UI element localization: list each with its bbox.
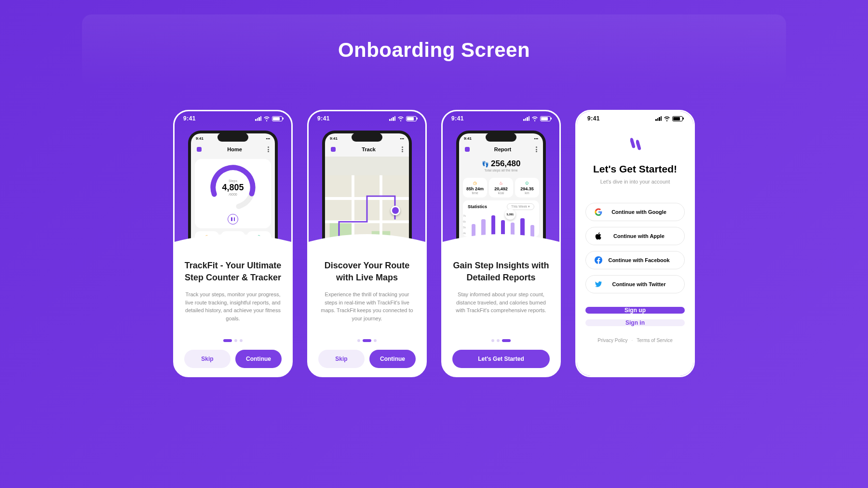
google-icon bbox=[595, 208, 602, 216]
screen-title: Home bbox=[227, 146, 242, 152]
app-logo-icon bbox=[331, 147, 336, 152]
onboarding-description: Experience the thrill of tracking your s… bbox=[318, 290, 416, 322]
pagination-dots bbox=[318, 332, 416, 342]
phone-login: 9:41 Let's Get Started! Let's dive in in… bbox=[575, 110, 695, 377]
route-end-pin bbox=[391, 206, 400, 215]
continue-google-button[interactable]: Continue with Google bbox=[585, 203, 685, 221]
report-stats: ◷85h 24mtime ♨20,492kcal ⊙294.35km bbox=[463, 178, 539, 198]
continue-facebook-button[interactable]: Continue with Facebook bbox=[585, 251, 685, 269]
apple-icon bbox=[595, 232, 602, 240]
continue-button[interactable]: Continue bbox=[369, 350, 416, 368]
app-header: Report bbox=[459, 144, 543, 155]
app-logo-icon bbox=[465, 147, 470, 152]
onboarding-description: Stay informed about your step count, dis… bbox=[452, 290, 550, 315]
pagination-dots bbox=[452, 332, 550, 342]
continue-button[interactable]: Continue bbox=[235, 350, 282, 368]
screen-title: Track bbox=[362, 146, 376, 152]
signin-button[interactable]: Sign in bbox=[585, 319, 685, 326]
skip-button[interactable]: Skip bbox=[184, 350, 231, 368]
pause-button[interactable] bbox=[228, 214, 238, 224]
total-steps-value: 256,480 bbox=[491, 159, 520, 168]
wifi-icon bbox=[531, 115, 538, 122]
facebook-icon bbox=[595, 256, 602, 264]
total-steps-card: 👣 256,480 Total steps all the time bbox=[459, 155, 543, 176]
steps-goal: /6000 bbox=[222, 193, 244, 196]
phone-mockups: 9:41 9:41••• Home bbox=[0, 110, 868, 377]
login-subtitle: Let's dive in into your account bbox=[585, 179, 685, 185]
steps-card: Steps 4,805 /6000 bbox=[195, 159, 271, 228]
privacy-link[interactable]: Privacy Policy bbox=[597, 338, 627, 343]
onboarding-title: Gain Step Insights with Detailed Reports bbox=[452, 260, 550, 284]
status-bar: 9:41 bbox=[309, 111, 425, 124]
statistics-title: Statistics bbox=[468, 204, 487, 209]
tooltip-bubble: 5,281 bbox=[505, 209, 515, 220]
app-header: Track bbox=[325, 144, 409, 155]
pagination-dots bbox=[184, 332, 282, 342]
wifi-icon bbox=[664, 115, 670, 122]
battery-icon bbox=[272, 116, 283, 121]
steps-label: Steps bbox=[222, 179, 244, 183]
page-title: Onboarding Screen bbox=[0, 0, 868, 62]
menu-icon bbox=[268, 146, 269, 152]
signal-icon bbox=[255, 116, 261, 121]
terms-link[interactable]: Terms of Service bbox=[637, 338, 672, 343]
app-header: Home bbox=[191, 144, 275, 155]
signal-icon bbox=[655, 116, 662, 121]
footsteps-icon: 👣 bbox=[482, 161, 489, 168]
twitter-icon bbox=[595, 280, 602, 288]
total-steps-label: Total steps all the time bbox=[463, 169, 539, 172]
continue-twitter-button[interactable]: Continue with Twitter bbox=[585, 275, 685, 293]
screen-title: Report bbox=[494, 146, 511, 152]
status-bar: 9:41 bbox=[175, 111, 291, 124]
skip-button[interactable]: Skip bbox=[318, 350, 365, 368]
signup-button[interactable]: Sign up bbox=[585, 307, 685, 314]
wifi-icon bbox=[263, 115, 270, 122]
status-bar: 9:41 bbox=[585, 111, 685, 124]
signal-icon bbox=[389, 116, 395, 121]
login-title: Let's Get Started! bbox=[585, 163, 685, 175]
battery-icon bbox=[406, 116, 417, 121]
battery-icon bbox=[540, 116, 551, 121]
menu-icon bbox=[402, 146, 403, 152]
status-time: 9:41 bbox=[183, 115, 196, 122]
battery-icon bbox=[672, 116, 683, 121]
signal-icon bbox=[523, 116, 529, 121]
menu-icon bbox=[536, 146, 537, 152]
phone-track: 9:41 9:41••• Track bbox=[307, 110, 427, 377]
onboarding-title: TrackFit - Your Ultimate Step Counter & … bbox=[184, 260, 282, 284]
onboarding-description: Track your steps, monitor your progress,… bbox=[184, 290, 282, 322]
phone-home: 9:41 9:41••• Home bbox=[173, 110, 293, 377]
wifi-icon bbox=[397, 115, 404, 122]
app-logo bbox=[585, 135, 685, 155]
continue-apple-button[interactable]: Continue with Apple bbox=[585, 227, 685, 245]
app-logo-icon bbox=[197, 147, 202, 152]
phone-report: 9:41 9:41••• Report 👣 256,480 Total step… bbox=[441, 110, 561, 377]
steps-value: 4,805 bbox=[222, 183, 244, 193]
onboarding-title: Discover Your Route with Live Maps bbox=[318, 260, 416, 284]
get-started-button[interactable]: Let's Get Started bbox=[452, 350, 550, 368]
status-bar: 9:41 bbox=[443, 111, 559, 124]
